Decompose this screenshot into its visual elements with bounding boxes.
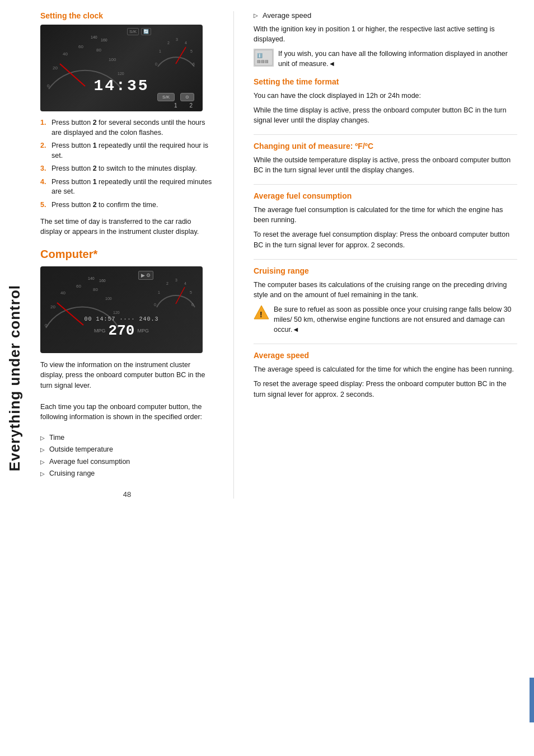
svg-text:140: 140: [88, 276, 95, 280]
divider-3: [254, 259, 517, 260]
arrow-icon-4: ▷: [40, 470, 45, 478]
svg-text:40: 40: [63, 51, 68, 57]
avg-speed-para1: The average speed is calculated for the …: [254, 364, 517, 374]
svg-text:2: 2: [166, 281, 168, 285]
mpg-value: 270: [109, 322, 135, 339]
btn-circle: ⊙: [180, 93, 194, 101]
svg-text:80: 80: [96, 48, 101, 53]
note-box: ℹ️ ▤▤▤ If you wish, you can have all the…: [254, 49, 517, 69]
clock-summary: The set time of day is transferred to th…: [40, 217, 214, 237]
clock-instrument-image: 0 20 40 60 80 100 120 140 160: [40, 25, 203, 111]
unit-measure-section: Changing unit of measure: ºF/ºC While th…: [254, 142, 517, 175]
svg-text:4: 4: [185, 41, 187, 45]
svg-line-8: [60, 64, 85, 86]
page-number-text: 48: [123, 490, 131, 499]
bullet-outside-temp: ▷ Outside temperature: [40, 445, 214, 455]
svg-text:40: 40: [60, 290, 65, 295]
svg-text:3: 3: [175, 278, 177, 282]
time-format-para2: While the time display is active, press …: [254, 105, 517, 125]
svg-text:120: 120: [113, 311, 120, 314]
mpg-label-left: MPG: [94, 328, 106, 334]
arrow-icon-3: ▷: [40, 458, 45, 466]
divider-1: [254, 134, 517, 135]
svg-text:140: 140: [91, 35, 97, 39]
last-bullet-text: Average speed: [263, 11, 311, 20]
left-column: Setting the clock 0 20 40 60 80 100 120: [40, 11, 214, 499]
svg-text:0: 0: [47, 83, 50, 88]
center-divider: [233, 11, 234, 499]
ignition-para: With the ignition key in position 1 or h…: [254, 24, 517, 44]
svg-text:60: 60: [76, 284, 81, 289]
button-label-2: 2: [189, 102, 193, 109]
time-format-para1: You can have the clock displayed in 12h …: [254, 91, 517, 101]
note-text: If you wish, you can have all the follow…: [278, 49, 517, 69]
computer-bullet-list: ▷ Time ▷ Outside temperature ▷ Average f…: [40, 433, 214, 479]
right-column: ▷ Average speed With the ignition key in…: [254, 11, 517, 499]
svg-text:0: 0: [45, 323, 48, 328]
avg-fuel-para1: The average fuel consumption is calculat…: [254, 205, 517, 225]
bullet-time: ▷ Time: [40, 433, 214, 443]
svg-text:100: 100: [105, 297, 112, 300]
svg-text:!: !: [260, 310, 263, 319]
svg-text:6: 6: [193, 62, 195, 66]
svg-text:6: 6: [191, 303, 194, 307]
button-label-1: 1: [174, 102, 177, 109]
page-marker: [530, 678, 534, 722]
time-format-heading: Setting the time format: [254, 77, 517, 86]
warning-box: ! Be sure to refuel as soon as possible …: [254, 304, 517, 335]
computer-desc2: Each time you tap the onboard computer b…: [40, 402, 214, 422]
svg-text:2: 2: [167, 41, 170, 45]
avg-fuel-heading: Average fuel consumption: [254, 191, 517, 200]
sidebar-text: Everything under control: [6, 285, 24, 471]
clock-steps-list: 1. Press button 2 for several seconds un…: [40, 118, 214, 210]
svg-text:1: 1: [158, 290, 160, 294]
avg-speed-section: Average speed The average speed is calcu…: [254, 351, 517, 399]
step-5: 5. Press button 2 to confirm the time.: [40, 200, 214, 210]
svg-text:3: 3: [176, 37, 178, 41]
svg-text:1: 1: [159, 49, 161, 53]
computer-desc1: To view the information on the instrumen…: [40, 360, 214, 390]
bullet-avg-fuel: ▷ Average fuel consumption: [40, 457, 214, 467]
divider-4: [254, 344, 517, 344]
svg-text:80: 80: [93, 287, 98, 292]
svg-text:ℹ️: ℹ️: [257, 53, 263, 58]
svg-text:160: 160: [99, 279, 106, 283]
svg-text:160: 160: [101, 38, 107, 42]
svg-text:0: 0: [154, 303, 156, 307]
svg-text:120: 120: [118, 72, 124, 76]
note-end-char: ◄: [329, 60, 335, 68]
mpg-label-right: MPG: [137, 328, 149, 334]
clock-section: Setting the clock 0 20 40 60 80 100 120: [40, 11, 214, 237]
svg-text:5: 5: [190, 290, 192, 294]
step-3: 3. Press button 2 to switch to the minut…: [40, 164, 214, 174]
unit-measure-heading: Changing unit of measure: ºF/ºC: [254, 142, 517, 151]
time-format-section: Setting the time format You can have the…: [254, 77, 517, 125]
computer-instrument-image: 0 20 40 60 80 100 120 140 160 0: [40, 266, 203, 353]
step-1: 1. Press button 2 for several seconds un…: [40, 118, 214, 138]
svg-text:5: 5: [190, 49, 193, 53]
computer-top-line: 00 14:57 ···· 240.3: [84, 316, 158, 322]
warning-triangle-icon: !: [254, 304, 269, 320]
unit-measure-para: While the outside temperature display is…: [254, 155, 517, 175]
svg-text:60: 60: [78, 44, 83, 49]
arrow-icon-1: ▷: [40, 434, 45, 442]
page-number: 48: [40, 490, 214, 499]
step-2: 2. Press button 1 repeatedly until the r…: [40, 141, 214, 161]
cruising-range-para: The computer bases its calculations of t…: [254, 280, 517, 300]
avg-speed-para2: To reset the average speed display: Pres…: [254, 379, 517, 399]
avg-fuel-section: Average fuel consumption The average fue…: [254, 191, 517, 250]
cruising-range-section: Cruising range The computer bases its ca…: [254, 266, 517, 335]
cruising-range-heading: Cruising range: [254, 266, 517, 275]
btn-sk: S/K: [157, 93, 175, 101]
computer-section: Computer* 0 20 40 60 80 100 120 140 160: [40, 248, 214, 479]
svg-text:▤▤▤: ▤▤▤: [257, 59, 269, 63]
note-icon: ℹ️ ▤▤▤: [254, 49, 274, 67]
svg-text:4: 4: [184, 281, 186, 285]
svg-text:0: 0: [155, 62, 157, 66]
computer-display: 00 14:57 ···· 240.3 MPG 270 MPG: [84, 316, 158, 339]
svg-text:20: 20: [53, 65, 58, 71]
avg-speed-heading: Average speed: [254, 351, 517, 360]
arrow-icon-5: ▷: [254, 12, 258, 18]
step-4: 4. Press button 1 repeatedly until the r…: [40, 177, 214, 197]
svg-line-28: [57, 303, 83, 325]
